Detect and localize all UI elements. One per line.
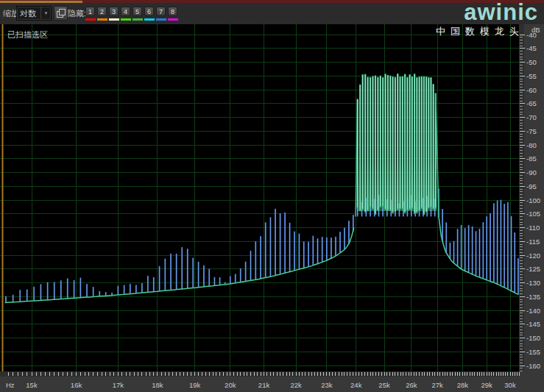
svg-text:-150: -150 [526, 334, 540, 342]
svg-text:-105: -105 [526, 210, 540, 218]
svg-text:-60: -60 [526, 86, 537, 94]
svg-text:17k: 17k [113, 381, 124, 389]
svg-text:Hz: Hz [6, 381, 15, 389]
svg-text:28k: 28k [457, 381, 469, 389]
svg-text:-95: -95 [526, 182, 537, 190]
svg-text:15k: 15k [26, 381, 38, 389]
svg-text:-100: -100 [526, 196, 540, 204]
svg-text:-55: -55 [526, 72, 537, 80]
svg-text:-65: -65 [526, 99, 537, 107]
svg-text:-45: -45 [526, 44, 537, 52]
svg-text:-70: -70 [526, 113, 537, 121]
svg-text:23k: 23k [321, 381, 333, 389]
selection-status-label: 已扫描选区 [7, 29, 48, 40]
svg-text:-85: -85 [526, 154, 537, 163]
comb-haze [357, 159, 437, 211]
svg-text:-145: -145 [526, 320, 540, 328]
frequency-analysis-window: 缩放: 对数 ▼ 隐藏: 1 2 3 4 5 [0, 0, 544, 392]
svg-text:-115: -115 [526, 238, 540, 246]
svg-text:22k: 22k [290, 381, 302, 389]
svg-text:29k: 29k [481, 381, 493, 389]
spectrum-canvas[interactable]: Hz15k16k17k18k19k20k21k22k23k24k25k26k27… [0, 0, 544, 392]
svg-text:30k: 30k [504, 381, 516, 389]
svg-text:-155: -155 [526, 348, 540, 356]
svg-text:26k: 26k [406, 381, 417, 389]
svg-text:18k: 18k [152, 381, 163, 389]
svg-text:-130: -130 [526, 279, 540, 287]
svg-text:-140: -140 [526, 307, 540, 315]
svg-text:-120: -120 [526, 252, 540, 260]
series-green-comb-block [356, 74, 439, 218]
svg-text:-90: -90 [526, 168, 537, 177]
svg-text:20k: 20k [225, 381, 236, 389]
svg-text:-110: -110 [526, 224, 540, 232]
svg-text:25k: 25k [378, 381, 390, 389]
svg-text:-80: -80 [526, 141, 537, 149]
svg-text:27k: 27k [432, 381, 444, 389]
svg-text:-160: -160 [526, 362, 540, 370]
svg-text:-75: -75 [526, 127, 537, 135]
svg-text:-125: -125 [526, 265, 540, 273]
svg-text:21k: 21k [258, 381, 270, 389]
svg-text:19k: 19k [189, 381, 201, 389]
svg-text:24k: 24k [350, 381, 362, 389]
svg-text:16k: 16k [71, 381, 82, 389]
svg-text:-135: -135 [526, 293, 540, 301]
svg-text:-50: -50 [526, 58, 537, 66]
svg-text:dB: dB [531, 26, 540, 34]
